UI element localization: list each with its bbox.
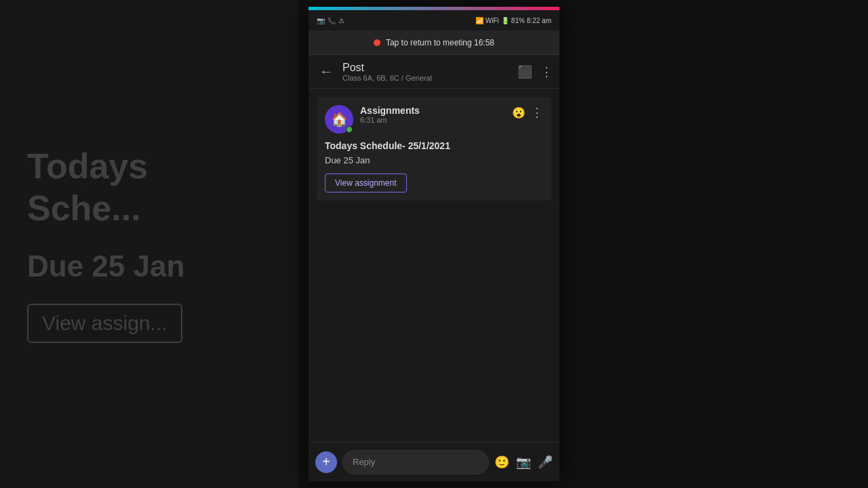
add-button[interactable]: + [315, 451, 337, 473]
avatar: 🏠 [325, 105, 353, 134]
mic-button[interactable]: 🎤 [538, 455, 553, 470]
reaction-icon: 😮 [512, 106, 526, 119]
meeting-banner[interactable]: Tap to return to meeting 16:58 [309, 30, 559, 55]
meeting-text: Tap to return to meeting 16:58 [386, 38, 494, 47]
background-panel: Todays Sche... Due 25 Jan View assign... [0, 0, 298, 488]
phone-container: 📷 📞 ⚠ 📶 WiFi 🔋 81% 8:22 am Tap to return… [309, 7, 559, 481]
avatar-icon: 🏠 [331, 111, 348, 127]
post-more-icon[interactable]: ⋮ [531, 105, 543, 120]
alert-status-icon: ⚠ [338, 17, 344, 24]
more-icon[interactable]: ⋮ [540, 64, 553, 79]
reply-placeholder: Reply [353, 457, 375, 467]
call-status-icon: 📞 [328, 17, 336, 24]
background-right [732, 0, 868, 488]
nav-subtitle: Class 6A, 6B, 6C / General [342, 74, 512, 82]
status-time: 8:22 am [527, 17, 551, 24]
post-card: 🏠 Assignments 6:31 am 😮 ⋮ Todays Schedul… [317, 97, 551, 201]
status-right-info: 📶 WiFi 🔋 81% 8:22 am [475, 17, 551, 24]
nav-title-area: Post Class 6A, 6B, 6C / General [342, 62, 512, 82]
post-title: Todays Schedule- 25/1/2021 [325, 140, 543, 151]
emoji-reactions[interactable]: 😮 [512, 106, 526, 119]
wifi-icon: WiFi [486, 17, 499, 24]
post-body: Due 25 Jan [325, 155, 543, 165]
battery-level: 81% [511, 17, 525, 24]
back-button[interactable]: ← [315, 61, 337, 83]
emoji-button[interactable]: 🙂 [494, 455, 509, 470]
post-header: 🏠 Assignments 6:31 am 😮 ⋮ [325, 105, 543, 134]
bg-title: Todays Sche... [27, 145, 271, 230]
view-assignment-button[interactable]: View assignment [325, 174, 407, 192]
nav-title: Post [342, 62, 512, 74]
camera-status-icon: 📷 [317, 17, 325, 24]
content-area: 🏠 Assignments 6:31 am 😮 ⋮ Todays Schedul… [309, 89, 559, 442]
nav-bar: ← Post Class 6A, 6B, 6C / General ⬛ ⋮ [309, 55, 559, 89]
post-time: 6:31 am [360, 116, 512, 124]
poster-name: Assignments [360, 105, 512, 116]
status-left-icons: 📷 📞 ⚠ [317, 17, 344, 24]
video-icon[interactable]: ⬛ [517, 64, 532, 79]
battery-icon: 🔋 [501, 17, 509, 24]
nav-actions: ⬛ ⋮ [517, 64, 553, 79]
meeting-dot [374, 39, 380, 46]
bottom-bar: + Reply 🙂 📷 🎤 [309, 442, 559, 481]
online-indicator [346, 126, 353, 133]
bg-due: Due 25 Jan [27, 249, 184, 283]
bg-btn: View assign... [27, 304, 182, 343]
status-bar: 📷 📞 ⚠ 📶 WiFi 🔋 81% 8:22 am [309, 10, 559, 30]
reply-input[interactable]: Reply [342, 450, 489, 474]
post-meta: Assignments 6:31 am [360, 105, 512, 124]
bottom-icons: 🙂 📷 🎤 [494, 455, 553, 470]
camera-button[interactable]: 📷 [516, 455, 531, 470]
post-actions: 😮 ⋮ [512, 105, 543, 120]
signal-icon: 📶 [475, 17, 484, 24]
